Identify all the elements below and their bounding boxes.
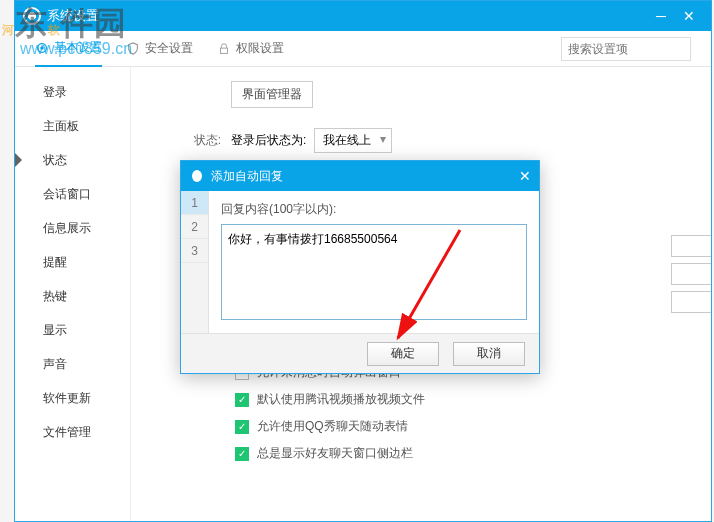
svg-point-3 [192,170,202,182]
reply-textarea[interactable] [221,224,527,320]
checkbox-icon[interactable]: ✓ [235,393,249,407]
check-row[interactable]: ✓ 允许使用QQ秀聊天随动表情 [235,418,691,435]
sidebar-item-hotkey[interactable]: 热键 [15,279,130,313]
sidebar-item-display[interactable]: 显示 [15,313,130,347]
sidebar: 登录 主面板 状态 会话窗口 信息展示 提醒 热键 显示 声音 软件更新 文件管… [15,67,131,521]
sidebar-item-status[interactable]: 状态 [15,143,130,177]
tab-permission[interactable]: 权限设置 [217,31,284,67]
dialog-close-button[interactable]: ✕ [519,168,531,184]
cancel-button[interactable]: 取消 [453,342,525,366]
checkbox-icon[interactable]: ✓ [235,420,249,434]
sidebar-item-alert[interactable]: 提醒 [15,245,130,279]
qq-icon [23,7,41,25]
shield-icon [126,42,140,56]
sidebar-item-mainpanel[interactable]: 主面板 [15,109,130,143]
svg-rect-2 [221,48,228,53]
reply-label: 回复内容(100字以内): [221,201,527,218]
sidebar-item-sound[interactable]: 声音 [15,347,130,381]
titlebar: 系统设置 ─ ✕ [15,1,711,31]
dialog-footer: 确定 取消 [181,333,539,373]
reply-index[interactable]: 2 [181,215,208,239]
qq-icon [189,168,205,184]
search-input[interactable] [561,37,691,61]
status-label: 状态: [151,132,221,149]
ghost-button [671,291,711,313]
sidebar-item-chat[interactable]: 会话窗口 [15,177,130,211]
gear-icon [35,41,49,55]
login-status-select[interactable]: 我在线上 [314,128,392,153]
sidebar-item-login[interactable]: 登录 [15,75,130,109]
reply-list: 1 2 3 [181,191,209,333]
check-row[interactable]: ✓ 总是显示好友聊天窗口侧边栏 [235,445,691,462]
sidebar-item-file[interactable]: 文件管理 [15,415,130,449]
close-button[interactable]: ✕ [675,2,703,30]
minimize-button[interactable]: ─ [647,2,675,30]
reply-index[interactable]: 3 [181,239,208,263]
lock-icon [217,42,231,56]
ok-button[interactable]: 确定 [367,342,439,366]
sidebar-item-update[interactable]: 软件更新 [15,381,130,415]
ui-manager-button[interactable]: 界面管理器 [231,81,313,108]
tab-security[interactable]: 安全设置 [126,31,193,67]
check-row[interactable]: ✓ 默认使用腾讯视频播放视频文件 [235,391,691,408]
dialog-title: 添加自动回复 [211,168,519,185]
auto-reply-dialog: 添加自动回复 ✕ 1 2 3 回复内容(100字以内): 确定 取消 [180,160,540,374]
window-title: 系统设置 [47,7,647,25]
svg-point-1 [40,46,44,50]
tab-basic[interactable]: 基本设置 [35,31,102,67]
tab-bar: 基本设置 安全设置 权限设置 [15,31,711,67]
sidebar-item-info[interactable]: 信息展示 [15,211,130,245]
ghost-button [671,235,711,257]
reply-index[interactable]: 1 [181,191,208,215]
dialog-titlebar: 添加自动回复 ✕ [181,161,539,191]
login-status-label: 登录后状态为: [231,132,306,149]
ghost-button [671,263,711,285]
checkbox-icon[interactable]: ✓ [235,447,249,461]
